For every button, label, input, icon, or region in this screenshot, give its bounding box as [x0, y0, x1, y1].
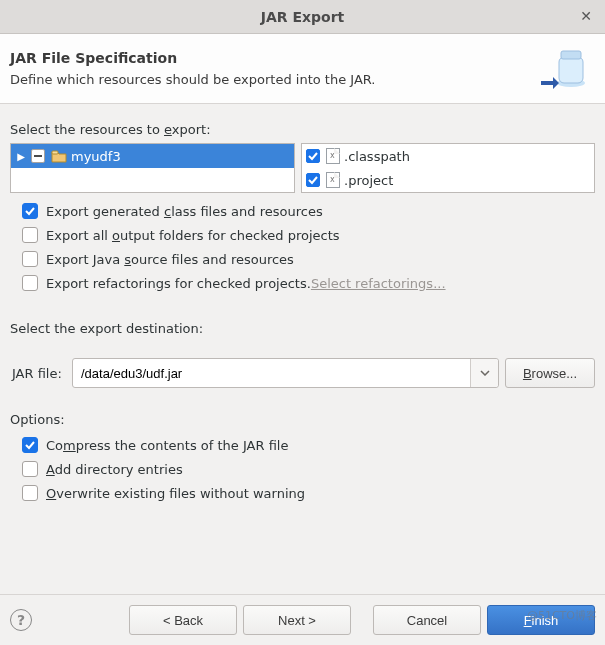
folder-icon	[51, 148, 67, 164]
browse-button[interactable]: Browse...	[505, 358, 595, 388]
cancel-button[interactable]: Cancel	[373, 605, 481, 635]
page-title: JAR File Specification	[10, 50, 539, 66]
expand-icon[interactable]: ▶	[15, 151, 27, 162]
file-item-project[interactable]: x .project	[302, 168, 594, 192]
destination-label: Select the export destination:	[10, 321, 595, 336]
jar-file-combo[interactable]	[72, 358, 499, 388]
resources-label: Select the resources to export:	[10, 122, 595, 137]
window-title: JAR Export	[0, 9, 605, 25]
checkbox-export-output-folders[interactable]: Export all output folders for checked pr…	[10, 223, 595, 247]
jar-file-label: JAR file:	[10, 366, 66, 381]
svg-rect-3	[52, 151, 58, 154]
checkbox-compress[interactable]: Compress the contents of the JAR file	[10, 433, 595, 457]
content: Select the resources to export: ▶ myudf3…	[0, 104, 605, 505]
svg-rect-1	[559, 57, 583, 83]
checkbox-label: Add directory entries	[46, 462, 183, 477]
checkbox-label: Export refactorings for checked projects…	[46, 276, 446, 291]
checkbox-export-java-source[interactable]: Export Java source files and resources	[10, 247, 595, 271]
project-name: myudf3	[71, 149, 121, 164]
file-list[interactable]: x .classpath x .project	[301, 143, 595, 193]
checkbox-label: Export all output folders for checked pr…	[46, 228, 340, 243]
finish-button[interactable]: Finish	[487, 605, 595, 635]
jar-wizard-icon	[539, 43, 591, 94]
checkbox-overwrite[interactable]: Overwrite existing files without warning	[10, 481, 595, 505]
select-refactorings-link: Select refactorings...	[311, 276, 446, 291]
checkbox-label: Compress the contents of the JAR file	[46, 438, 288, 453]
svg-rect-2	[561, 51, 581, 59]
back-button[interactable]: < Back	[129, 605, 237, 635]
file-name: .classpath	[344, 149, 410, 164]
wizard-header: JAR File Specification Define which reso…	[0, 34, 605, 104]
help-icon[interactable]: ?	[10, 609, 32, 631]
checkbox-export-class-files[interactable]: Export generated class files and resourc…	[10, 199, 595, 223]
close-icon[interactable]: ✕	[577, 7, 595, 25]
checkbox-label: Overwrite existing files without warning	[46, 486, 305, 501]
file-name: .project	[344, 173, 393, 188]
file-checkbox[interactable]	[306, 173, 320, 187]
checkbox[interactable]	[22, 437, 38, 453]
checkbox-add-directory-entries[interactable]: Add directory entries	[10, 457, 595, 481]
wizard-footer: ? < Back Next > Cancel Finish	[0, 594, 605, 645]
checkbox[interactable]	[22, 251, 38, 267]
file-item-classpath[interactable]: x .classpath	[302, 144, 594, 168]
project-checkbox[interactable]	[31, 149, 45, 163]
checkbox[interactable]	[22, 485, 38, 501]
checkbox-label: Export generated class files and resourc…	[46, 204, 323, 219]
options-label: Options:	[10, 412, 595, 427]
titlebar: JAR Export ✕	[0, 0, 605, 34]
project-tree-item[interactable]: ▶ myudf3	[11, 144, 294, 168]
checkbox[interactable]	[22, 227, 38, 243]
checkbox[interactable]	[22, 203, 38, 219]
file-icon: x	[326, 148, 340, 164]
jar-file-input[interactable]	[73, 359, 470, 387]
file-icon: x	[326, 172, 340, 188]
checkbox-label: Export Java source files and resources	[46, 252, 294, 267]
project-tree[interactable]: ▶ myudf3	[10, 143, 295, 193]
checkbox-export-refactorings[interactable]: Export refactorings for checked projects…	[10, 271, 595, 295]
file-checkbox[interactable]	[306, 149, 320, 163]
page-subtitle: Define which resources should be exporte…	[10, 72, 539, 87]
checkbox[interactable]	[22, 461, 38, 477]
checkbox[interactable]	[22, 275, 38, 291]
chevron-down-icon[interactable]	[470, 359, 498, 387]
next-button[interactable]: Next >	[243, 605, 351, 635]
